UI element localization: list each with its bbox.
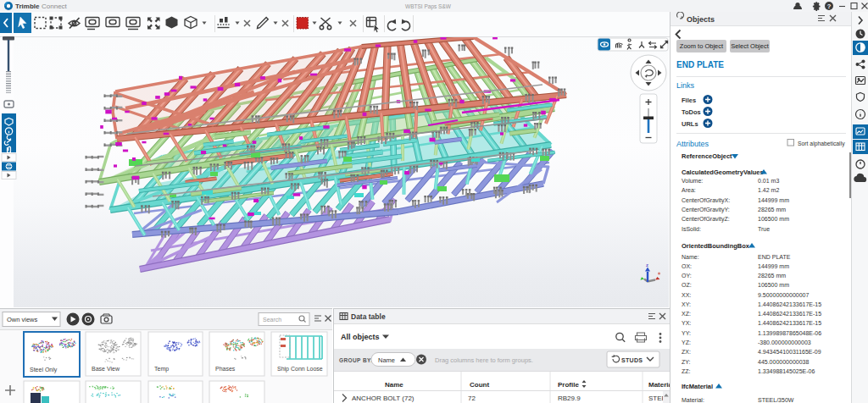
- svg-text:Zoom to Object: Zoom to Object: [680, 42, 724, 50]
- svg-text:Area:: Area:: [682, 187, 696, 193]
- svg-text:4.94345410031165E-09: 4.94345410031165E-09: [758, 349, 821, 355]
- svg-text:Name: Name: [378, 356, 395, 364]
- svg-text:OX:: OX:: [682, 263, 692, 269]
- svg-text:1.44086242133617E-15: 1.44086242133617E-15: [758, 320, 821, 326]
- svg-text:1.44086242133617E-15: 1.44086242133617E-15: [758, 311, 821, 317]
- svg-text:ZZ:: ZZ:: [682, 368, 691, 374]
- svg-text:OZ:: OZ:: [682, 282, 692, 288]
- svg-text:Sort alphabetically: Sort alphabetically: [798, 141, 845, 147]
- svg-text:YZ:: YZ:: [682, 340, 691, 345]
- svg-text:XX:: XX:: [682, 292, 691, 298]
- svg-text:Objects: Objects: [687, 15, 715, 24]
- svg-text:144999 mm: 144999 mm: [758, 263, 789, 269]
- svg-text:CenterOfGravityZ:: CenterOfGravityZ:: [682, 216, 730, 223]
- svg-text:WBTSI Paps S&W: WBTSI Paps S&W: [405, 3, 452, 10]
- svg-text:CalculatedGeometryValues: CalculatedGeometryValues: [682, 168, 764, 176]
- svg-text:ReferenceObject: ReferenceObject: [682, 152, 732, 160]
- svg-text:72: 72: [468, 395, 476, 402]
- svg-text:XY:: XY:: [682, 301, 691, 307]
- svg-text:Profile: Profile: [558, 381, 579, 389]
- svg-text:Temp: Temp: [154, 366, 169, 373]
- svg-text:YX:: YX:: [682, 320, 691, 326]
- svg-text:CenterOfGravityY:: CenterOfGravityY:: [682, 207, 730, 213]
- svg-text:Base View: Base View: [92, 366, 120, 372]
- svg-text:Volume:: Volume:: [682, 178, 703, 184]
- svg-text:Drag columns here to form grou: Drag columns here to form groups.: [435, 356, 533, 364]
- svg-text:Own views: Own views: [7, 316, 38, 323]
- svg-text:1.44086242133617E-15: 1.44086242133617E-15: [758, 301, 821, 307]
- svg-text:URLs: URLs: [682, 120, 698, 128]
- svg-text:ZY:: ZY:: [682, 359, 691, 365]
- svg-text:28265 mm: 28265 mm: [758, 207, 786, 213]
- svg-text:Material:: Material:: [682, 397, 704, 403]
- svg-text:ZX:: ZX:: [682, 349, 691, 355]
- svg-text:445.000000000038: 445.000000000038: [758, 359, 809, 365]
- svg-text:XZ:: XZ:: [682, 311, 691, 317]
- svg-text:144999 mm: 144999 mm: [758, 197, 789, 203]
- svg-text:0.01 m3: 0.01 m3: [758, 178, 779, 184]
- svg-text:IsSolid:: IsSolid:: [682, 226, 701, 232]
- svg-text:9.50000000000007: 9.50000000000007: [758, 292, 809, 298]
- svg-text:END PLATE: END PLATE: [676, 60, 724, 69]
- svg-text:OrientedBoundingBox: OrientedBoundingBox: [682, 242, 750, 250]
- svg-text:1.42 m2: 1.42 m2: [758, 187, 779, 193]
- svg-text:106500 mm: 106500 mm: [758, 282, 789, 288]
- svg-text:Connect: Connect: [42, 3, 68, 10]
- svg-text:CenterOfGravityX:: CenterOfGravityX:: [682, 197, 730, 204]
- svg-text:?: ?: [827, 3, 832, 10]
- svg-text:STEEL/350W: STEEL/350W: [758, 397, 794, 403]
- svg-text:Attributes: Attributes: [676, 140, 709, 148]
- svg-text:Name:: Name:: [682, 254, 699, 260]
- svg-text:Trimble: Trimble: [15, 3, 40, 10]
- svg-text:Search: Search: [263, 317, 281, 323]
- svg-text:106500 mm: 106500 mm: [758, 216, 789, 222]
- svg-text:Links: Links: [676, 81, 695, 90]
- svg-text:Data table: Data table: [351, 312, 386, 321]
- svg-text:Count: Count: [470, 381, 489, 389]
- svg-text:ANCHOR BOLT (72): ANCHOR BOLT (72): [352, 395, 415, 402]
- svg-text:1.13998987865048E-06: 1.13998987865048E-06: [758, 330, 821, 336]
- svg-text:1.334988145025E-06: 1.334988145025E-06: [758, 368, 815, 374]
- svg-text:True: True: [758, 226, 770, 232]
- svg-text:RB29.9: RB29.9: [558, 395, 581, 402]
- svg-text:Name: Name: [385, 381, 403, 389]
- svg-text:END PLATE: END PLATE: [758, 254, 791, 260]
- svg-text:All objects: All objects: [341, 333, 380, 341]
- svg-text:z: z: [646, 262, 648, 268]
- svg-text:28265 mm: 28265 mm: [758, 273, 786, 279]
- svg-text:GROUP BY:: GROUP BY:: [339, 357, 373, 363]
- svg-text:Ship Conn Loose: Ship Conn Loose: [277, 366, 323, 373]
- svg-text:Steel Only: Steel Only: [30, 367, 58, 373]
- svg-text:ToDos: ToDos: [682, 108, 701, 116]
- svg-text:-380.000000000003: -380.000000000003: [758, 340, 811, 345]
- svg-text:Phases: Phases: [215, 366, 236, 372]
- svg-text:Materia: Materia: [648, 381, 670, 389]
- svg-text:YY:: YY:: [682, 330, 691, 336]
- svg-text:OY:: OY:: [682, 273, 692, 279]
- svg-text:STUDS: STUDS: [621, 357, 643, 363]
- svg-text:Files: Files: [682, 97, 696, 104]
- svg-text:Select Object: Select Object: [731, 42, 770, 50]
- svg-text:IfcMaterial: IfcMaterial: [682, 383, 713, 390]
